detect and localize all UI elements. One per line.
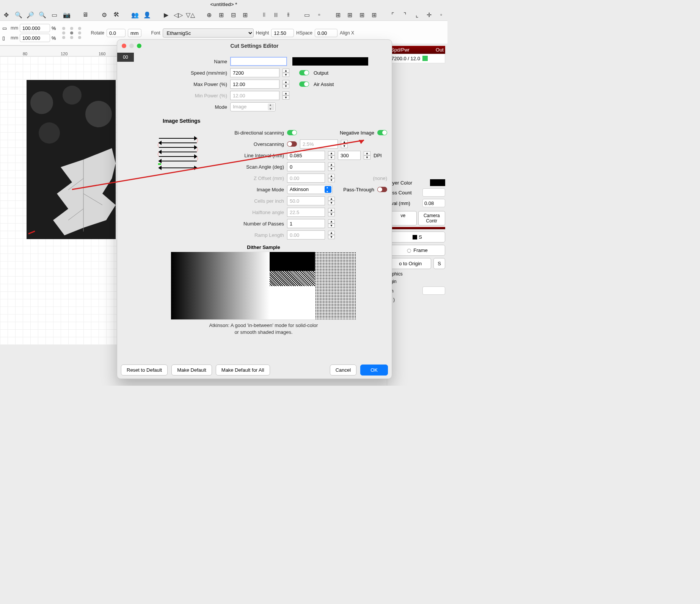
align-1-icon[interactable]: ⊞ bbox=[217, 11, 225, 19]
align-3-icon[interactable]: ⊞ bbox=[241, 11, 250, 19]
corner-tr-icon[interactable]: ⌝ bbox=[401, 11, 409, 19]
anchor-bc[interactable] bbox=[70, 36, 73, 39]
origin-icon[interactable]: ◦ bbox=[437, 11, 445, 19]
maxpower-input[interactable] bbox=[230, 80, 279, 89]
anchor-tr[interactable] bbox=[78, 27, 81, 30]
dist-b-icon[interactable]: ⊞ bbox=[346, 11, 354, 19]
unit-toggle-button[interactable]: mm bbox=[128, 29, 141, 37]
size-2-icon[interactable]: ▫ bbox=[315, 11, 323, 19]
person-icon[interactable]: 👤 bbox=[143, 11, 151, 19]
height-input[interactable] bbox=[271, 29, 294, 37]
group-icon[interactable]: 👥 bbox=[131, 11, 140, 19]
rotate-input[interactable] bbox=[107, 29, 126, 37]
dist-d-icon[interactable]: ⊞ bbox=[370, 11, 378, 19]
ramp-spinner: ▲▼ bbox=[328, 231, 335, 239]
zoom-out-icon[interactable]: 🔎 bbox=[27, 11, 35, 19]
close-window-button[interactable] bbox=[122, 44, 126, 48]
placed-image[interactable] bbox=[27, 80, 116, 239]
negative-toggle[interactable] bbox=[377, 130, 387, 135]
zoom-fit-icon[interactable]: 🔍 bbox=[38, 11, 47, 19]
go-origin-button[interactable]: o to Origin bbox=[389, 258, 431, 269]
scanangle-spinner[interactable]: ▲▼ bbox=[328, 163, 335, 171]
interval-input[interactable] bbox=[422, 199, 445, 207]
anchor-mr[interactable] bbox=[78, 31, 81, 34]
size-1-icon[interactable]: ▭ bbox=[303, 11, 311, 19]
x-pos-input[interactable] bbox=[20, 24, 50, 32]
dim-tool-1[interactable]: ▭ bbox=[2, 25, 9, 31]
mirror-v-icon[interactable]: ▽△ bbox=[186, 11, 195, 19]
svg-line-26 bbox=[158, 152, 159, 154]
npass-spinner[interactable]: ▲▼ bbox=[328, 219, 335, 228]
monitor-icon[interactable]: 🖥 bbox=[82, 11, 90, 19]
frame-button[interactable]: ◌ Frame bbox=[389, 245, 445, 256]
pass-count-label: ass Count bbox=[389, 190, 412, 196]
anchor-ml[interactable] bbox=[62, 31, 65, 34]
bidir-label: Bi-directional scanning bbox=[208, 130, 284, 136]
air-toggle[interactable] bbox=[299, 81, 309, 87]
center-icon[interactable]: ⊕ bbox=[205, 11, 213, 19]
marquee-icon[interactable]: ▭ bbox=[50, 11, 59, 19]
name-input[interactable] bbox=[230, 57, 287, 66]
color-swatch[interactable] bbox=[292, 57, 368, 66]
distribute-2-icon[interactable]: ⫼ bbox=[272, 11, 280, 19]
layer-output-toggle[interactable] bbox=[422, 56, 428, 61]
npass-input[interactable] bbox=[287, 219, 325, 228]
dist-c-icon[interactable]: ⊞ bbox=[358, 11, 366, 19]
scanangle-input[interactable] bbox=[287, 162, 325, 171]
corner-bl-icon[interactable]: ⌞ bbox=[413, 11, 421, 19]
maxpower-spinner[interactable]: ▲▼ bbox=[283, 80, 289, 88]
align-2-icon[interactable]: ⊟ bbox=[229, 11, 237, 19]
distribute-1-icon[interactable]: ⫴ bbox=[260, 11, 268, 19]
make-default-button[interactable]: Make Default bbox=[171, 365, 212, 376]
anchor-bl[interactable] bbox=[62, 36, 65, 39]
anchor-tc[interactable] bbox=[70, 27, 73, 30]
font-select[interactable]: EtharnigSc bbox=[163, 28, 254, 38]
tab-move[interactable]: ve bbox=[389, 211, 417, 225]
lineint-spinner[interactable]: ▲▼ bbox=[328, 151, 335, 160]
ok-button[interactable]: OK bbox=[360, 365, 388, 376]
layer-row[interactable]: 7200.0 / 12.0 bbox=[389, 54, 445, 63]
camera-icon[interactable]: 📷 bbox=[63, 11, 71, 19]
passthru-toggle[interactable] bbox=[377, 187, 387, 192]
bidir-toggle[interactable] bbox=[287, 130, 297, 135]
image-mode-select[interactable]: Atkinson bbox=[287, 185, 333, 194]
tab-camera[interactable]: Camera Contr bbox=[418, 211, 446, 225]
mode-select[interactable]: Image bbox=[230, 102, 276, 111]
dpi-spinner[interactable]: ▲▼ bbox=[364, 151, 370, 160]
svg-line-24 bbox=[197, 147, 198, 150]
speed-spinner[interactable]: ▲▼ bbox=[283, 69, 289, 77]
hspace-input[interactable] bbox=[315, 29, 337, 37]
lineint-input[interactable] bbox=[287, 151, 325, 160]
cancel-button[interactable]: Cancel bbox=[330, 365, 356, 376]
mirror-h-icon[interactable]: ◁▷ bbox=[174, 11, 182, 19]
dist-a-icon[interactable]: ⊞ bbox=[334, 11, 342, 19]
anchor-br[interactable] bbox=[78, 36, 81, 39]
distribute-3-icon[interactable]: ⫵ bbox=[284, 11, 292, 19]
svg-rect-30 bbox=[158, 163, 161, 165]
output-toggle[interactable] bbox=[299, 70, 309, 75]
s-button[interactable]: S bbox=[433, 258, 445, 269]
anchor-tl[interactable] bbox=[62, 27, 65, 30]
cross-icon[interactable]: ✛ bbox=[425, 11, 433, 19]
overscan-toggle[interactable] bbox=[287, 141, 297, 147]
dim-tool-2[interactable]: ▯ bbox=[2, 35, 9, 41]
pass-count-input[interactable] bbox=[422, 188, 445, 197]
tools-icon[interactable]: 🛠 bbox=[112, 11, 121, 19]
make-default-all-button[interactable]: Make Default for All bbox=[216, 365, 270, 376]
y-pos-input[interactable] bbox=[20, 34, 50, 42]
gear-icon[interactable]: ⚙ bbox=[100, 11, 108, 19]
align-left-icon[interactable]: ▶ bbox=[162, 11, 170, 19]
anchor-mc[interactable] bbox=[70, 31, 73, 34]
dpi-input[interactable] bbox=[338, 151, 361, 160]
aphics: aphics bbox=[389, 271, 445, 277]
speed-input[interactable] bbox=[230, 68, 279, 77]
zoom-window-button[interactable] bbox=[137, 44, 141, 48]
zoom-in-icon[interactable]: 🔍 bbox=[14, 11, 23, 19]
reset-button[interactable]: Reset to Default bbox=[121, 365, 168, 376]
move-icon[interactable]: ✥ bbox=[2, 11, 11, 19]
th-input[interactable] bbox=[422, 286, 445, 295]
select-btn[interactable]: S bbox=[389, 232, 445, 243]
svg-line-20 bbox=[197, 138, 198, 141]
layer-color-swatch[interactable] bbox=[430, 179, 445, 186]
corner-tl-icon[interactable]: ⌜ bbox=[389, 11, 397, 19]
